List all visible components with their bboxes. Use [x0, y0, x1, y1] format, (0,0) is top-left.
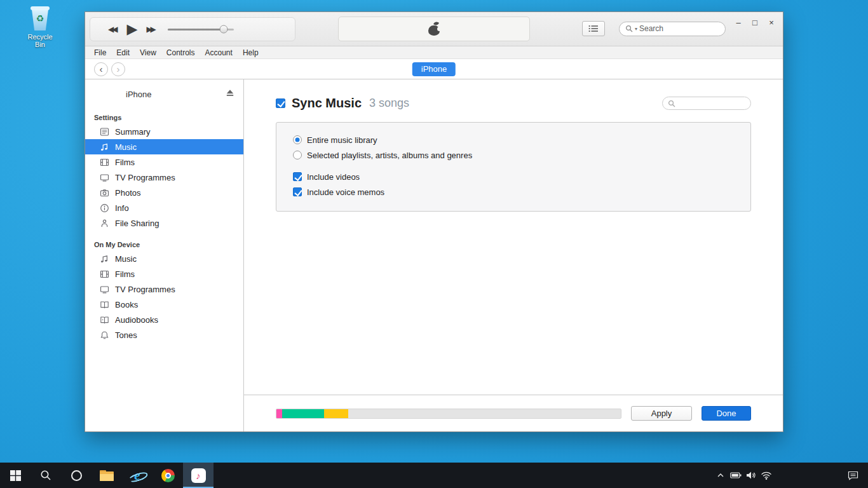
page-title: Sync Music: [292, 96, 362, 111]
cortana-button[interactable]: [61, 463, 92, 488]
file-explorer-button[interactable]: [92, 463, 122, 488]
filter-search[interactable]: [662, 97, 751, 110]
titlebar: ◀◀ ▶ ▶▶: [85, 12, 783, 46]
window-body: iPhone Settings Summa: [85, 79, 783, 431]
sidebar-item-films[interactable]: Films: [85, 154, 243, 170]
taskbar: e ♪: [0, 463, 868, 488]
play-button[interactable]: ▶: [126, 22, 137, 36]
sidebar-item-photos[interactable]: Photos: [85, 185, 243, 200]
eject-icon: [226, 89, 234, 97]
sidebar-item-music[interactable]: Music: [85, 139, 243, 154]
toolbar-search[interactable]: ▾: [619, 22, 726, 36]
sidebar-item-info[interactable]: Info: [85, 200, 243, 215]
sidebar-item-tones[interactable]: Tones: [85, 327, 243, 342]
sidebar-item-device-music[interactable]: Music: [85, 251, 243, 266]
photos-icon: [99, 187, 109, 198]
recycle-bin[interactable]: ♻ Recycle Bin: [22, 5, 58, 48]
menu-account[interactable]: Account: [200, 48, 238, 57]
apple-logo-icon: [428, 22, 440, 36]
menu-file[interactable]: File: [89, 48, 111, 57]
capacity-segment-other: [324, 409, 348, 418]
sidebar-item-label: Info: [115, 203, 129, 213]
rewind-button[interactable]: ◀◀: [108, 25, 118, 34]
recycle-bin-label: Recycle Bin: [22, 33, 58, 48]
battery-icon[interactable]: [728, 471, 743, 479]
start-button[interactable]: [0, 463, 31, 488]
device-name: iPhone: [126, 90, 151, 99]
file-sharing-icon: [99, 218, 109, 228]
back-button[interactable]: ‹: [94, 62, 108, 76]
maximize-button[interactable]: □: [747, 16, 763, 29]
menu-controls[interactable]: Controls: [161, 48, 200, 57]
radio-label: Entire music library: [307, 135, 377, 145]
media-list-button[interactable]: [582, 21, 605, 36]
capacity-segment-video: [282, 409, 324, 418]
internet-explorer-icon: e: [130, 468, 145, 483]
taskbar-search-button[interactable]: [31, 463, 61, 488]
sidebar-item-audiobooks[interactable]: Audiobooks: [85, 312, 243, 327]
capacity-bar: [276, 409, 621, 419]
fast-forward-button[interactable]: ▶▶: [146, 25, 156, 34]
device-button[interactable]: iPhone: [412, 62, 456, 76]
itunes-window: ◀◀ ▶ ▶▶: [85, 11, 783, 432]
sidebar-item-device-tv-programmes[interactable]: TV Programmes: [85, 281, 243, 297]
status-display: [338, 17, 530, 41]
filter-search-input[interactable]: [679, 99, 745, 108]
sidebar-item-label: File Sharing: [115, 219, 159, 228]
menu-edit[interactable]: Edit: [111, 48, 135, 57]
radio-entire-music-library[interactable]: [293, 135, 302, 144]
sidebar-item-label: Tones: [115, 330, 137, 340]
sidebar-item-summary[interactable]: Summary: [85, 124, 243, 139]
apply-button[interactable]: Apply: [631, 406, 692, 421]
sync-music-checkbox[interactable]: [276, 98, 285, 108]
recycle-bin-icon: ♻: [29, 5, 51, 32]
menu-help[interactable]: Help: [238, 48, 264, 57]
chrome-button[interactable]: [153, 463, 183, 488]
sidebar-item-label: Films: [115, 269, 135, 279]
chevron-down-icon: ▾: [635, 26, 637, 32]
include-videos-checkbox[interactable]: [293, 172, 302, 181]
audiobooks-icon: [99, 315, 109, 325]
close-button[interactable]: ×: [764, 16, 779, 29]
cortana-icon: [71, 470, 82, 481]
itunes-button[interactable]: ♪: [183, 463, 214, 488]
forward-button[interactable]: ›: [111, 62, 125, 76]
search-icon: [668, 100, 675, 107]
sidebar-item-books[interactable]: Books: [85, 297, 243, 312]
volume-slider[interactable]: [168, 29, 234, 30]
list-icon: [588, 25, 599, 32]
sidebar-item-device-films[interactable]: Films: [85, 266, 243, 281]
summary-icon: [99, 126, 109, 137]
done-button[interactable]: Done: [702, 406, 751, 421]
internet-explorer-button[interactable]: e: [122, 463, 153, 488]
volume-slider-fill: [168, 29, 224, 30]
file-explorer-icon: [100, 470, 114, 481]
minimize-button[interactable]: –: [731, 16, 746, 29]
volume-slider-thumb[interactable]: [220, 25, 228, 34]
volume-icon[interactable]: [743, 471, 759, 480]
hidden-icons-chevron[interactable]: [713, 473, 728, 478]
window-controls: – □ ×: [731, 16, 779, 29]
search-icon: [625, 25, 633, 32]
search-input[interactable]: [639, 24, 719, 33]
network-icon[interactable]: [759, 471, 774, 480]
include-voice-memos-checkbox[interactable]: [293, 187, 302, 196]
windows-logo-icon: [10, 470, 21, 481]
sidebar-item-label: TV Programmes: [115, 285, 175, 294]
capacity-segment-free: [348, 409, 621, 418]
menu-view[interactable]: View: [135, 48, 161, 57]
eject-button[interactable]: [226, 89, 234, 99]
search-icon: [40, 470, 51, 481]
footer-bar: Apply Done: [244, 395, 783, 431]
action-center-icon[interactable]: [845, 471, 860, 480]
checkbox-label: Include voice memos: [307, 187, 384, 197]
music-icon: [99, 254, 109, 264]
sidebar-item-tv-programmes[interactable]: TV Programmes: [85, 170, 243, 185]
films-icon: [99, 269, 109, 279]
music-icon: [99, 142, 109, 152]
checkbox-label: Include videos: [307, 172, 360, 182]
sidebar-item-file-sharing[interactable]: File Sharing: [85, 215, 243, 231]
navbar: ‹ › iPhone: [85, 59, 783, 79]
radio-selected-playlists[interactable]: [293, 151, 302, 159]
sidebar-item-label: Films: [115, 158, 135, 167]
